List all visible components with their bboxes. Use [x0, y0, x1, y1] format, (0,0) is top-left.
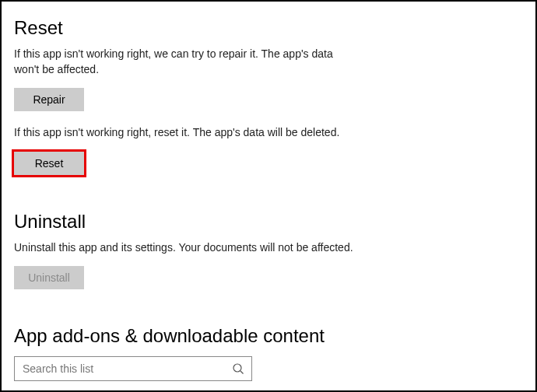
repair-description: If this app isn't working right, we can … — [14, 47, 356, 77]
reset-description: If this app isn't working right, reset i… — [14, 125, 356, 141]
reset-heading: Reset — [14, 17, 523, 39]
search-container — [14, 356, 252, 381]
uninstall-description: Uninstall this app and its settings. You… — [14, 240, 356, 256]
repair-button[interactable]: Repair — [14, 88, 84, 111]
search-input[interactable] — [14, 356, 252, 381]
addons-heading: App add-ons & downloadable content — [14, 325, 523, 347]
uninstall-button[interactable]: Uninstall — [14, 266, 84, 289]
reset-button[interactable]: Reset — [14, 152, 84, 175]
uninstall-heading: Uninstall — [14, 211, 523, 233]
